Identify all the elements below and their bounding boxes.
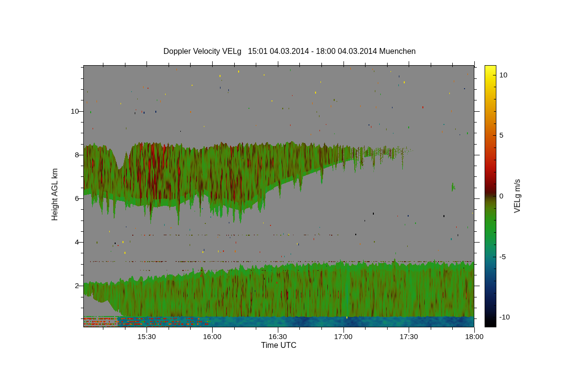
x-tick-label: 17:00 — [329, 332, 358, 341]
y-tick-label: 2 — [59, 281, 79, 290]
chart-title: Doppler Velocity VELg 15:01 04.03.2014 -… — [83, 47, 496, 56]
x-tick-label: 17:30 — [394, 332, 423, 341]
y-tick-label: 6 — [59, 194, 79, 203]
x-axis-label: Time UTC — [230, 341, 328, 350]
y-tick-label: 4 — [59, 238, 79, 246]
colorbar-tick-label: 0 — [499, 192, 521, 200]
y-axis-label: Height AGL km — [50, 168, 59, 220]
colorbar-tick-label: -5 — [499, 252, 521, 261]
x-tick-label: 16:30 — [263, 332, 293, 341]
colorbar-tick-label: 5 — [499, 131, 521, 140]
colorbar-tick-label: 10 — [499, 71, 521, 79]
x-tick-label: 16:00 — [197, 332, 227, 341]
doppler-velocity-quicklook: Doppler Velocity VELg 15:01 04.03.2014 -… — [0, 0, 588, 392]
y-tick-label: 10 — [59, 107, 79, 116]
colorbar-tick-label: -10 — [499, 313, 521, 321]
x-tick-label: 18:00 — [460, 332, 489, 341]
x-tick-label: 15:30 — [132, 332, 161, 341]
y-tick-label: 8 — [59, 150, 79, 159]
